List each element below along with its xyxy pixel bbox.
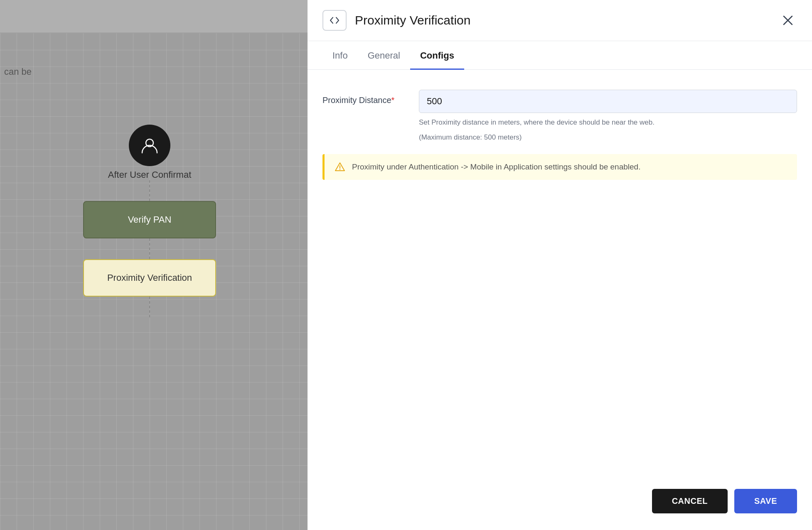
tab-configs[interactable]: Configs bbox=[410, 41, 464, 70]
tab-general[interactable]: General bbox=[358, 41, 410, 70]
canvas-text: can be bbox=[4, 66, 32, 77]
code-icon-button[interactable] bbox=[322, 10, 347, 31]
canvas-panel: can be After User Confirmat Verify PAN P… bbox=[0, 0, 308, 530]
connector-2 bbox=[149, 238, 150, 259]
close-icon bbox=[782, 15, 794, 26]
svg-point-1 bbox=[340, 169, 340, 170]
user-node bbox=[129, 125, 170, 166]
proximity-verification-label: Proximity Verification bbox=[107, 272, 192, 283]
verify-pan-node[interactable]: Verify PAN bbox=[83, 201, 216, 238]
warning-banner: Proximity under Authentication -> Mobile… bbox=[322, 154, 797, 180]
proximity-distance-row: Proximity Distance* Set Proximity distan… bbox=[322, 90, 797, 142]
dialog-title: Proximity Verification bbox=[355, 13, 779, 27]
warning-text: Proximity under Authentication -> Mobile… bbox=[352, 162, 640, 172]
help-text-line1: Set Proximity distance in meters, where … bbox=[419, 117, 797, 128]
proximity-distance-field: Set Proximity distance in meters, where … bbox=[419, 90, 797, 142]
tab-info[interactable]: Info bbox=[322, 41, 358, 70]
connector-3 bbox=[149, 297, 150, 317]
verify-pan-label: Verify PAN bbox=[128, 214, 172, 225]
dialog-header: Proximity Verification bbox=[308, 0, 812, 41]
tabs-container: Info General Configs bbox=[308, 41, 812, 70]
close-button[interactable] bbox=[779, 11, 797, 29]
help-text-line2: (Maximum distance: 500 meters) bbox=[419, 132, 797, 143]
warning-icon bbox=[335, 162, 345, 172]
flow-diagram: After User Confirmat Verify PAN Proximit… bbox=[83, 125, 216, 317]
required-indicator: * bbox=[391, 96, 395, 105]
save-button[interactable]: SAVE bbox=[734, 489, 797, 513]
form-content: Proximity Distance* Set Proximity distan… bbox=[308, 70, 812, 479]
connector-1 bbox=[149, 180, 150, 201]
user-node-label: After User Confirmat bbox=[108, 169, 192, 180]
top-bar bbox=[0, 0, 308, 33]
proximity-distance-label: Proximity Distance* bbox=[322, 90, 406, 105]
action-buttons: CANCEL SAVE bbox=[308, 479, 812, 530]
code-icon bbox=[330, 17, 340, 24]
cancel-button[interactable]: CANCEL bbox=[652, 489, 728, 513]
proximity-verification-node[interactable]: Proximity Verification bbox=[83, 259, 216, 297]
proximity-distance-input[interactable] bbox=[419, 90, 797, 113]
dialog-panel: Proximity Verification Info General Conf… bbox=[308, 0, 812, 530]
